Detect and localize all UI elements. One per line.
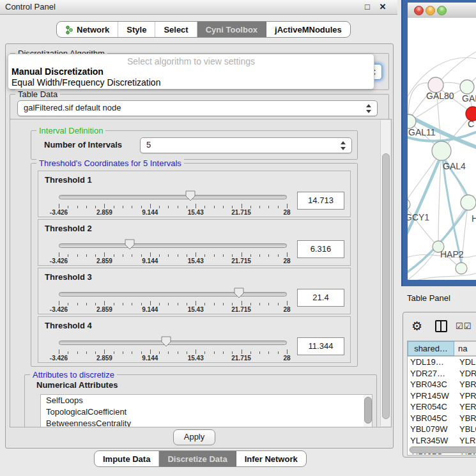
- minimize-light[interactable]: [426, 6, 435, 15]
- list-scrollbar[interactable]: [364, 395, 372, 427]
- network-node[interactable]: [460, 80, 474, 94]
- tick-label: 9.144: [142, 209, 158, 216]
- table-cell[interactable]: YER054C: [408, 401, 456, 413]
- threshold-slider[interactable]: -3.4262.8599.14415.4321.71528: [59, 190, 287, 215]
- slider-thumb[interactable]: [125, 239, 135, 250]
- gear-icon[interactable]: ⚙: [411, 320, 422, 332]
- threshold-label: Threshold 3: [45, 272, 92, 282]
- numerical-attributes-list[interactable]: SelfLoopsTopologicalCoefficientBetweenne…: [40, 394, 372, 427]
- tab-impute-data[interactable]: Impute Data: [95, 451, 159, 466]
- table-row[interactable]: YDR27…YDR2: [408, 368, 476, 380]
- table-cell[interactable]: YDL19…: [408, 357, 456, 368]
- table-cell[interactable]: YBR045C: [408, 413, 456, 424]
- network-edge: [436, 49, 476, 85]
- table-cell[interactable]: YBR0: [456, 413, 476, 424]
- attributes-groupbox: Attributes to discretize Numerical Attri…: [24, 374, 377, 427]
- tick-label: 21.715: [231, 306, 251, 313]
- close-light[interactable]: [414, 6, 424, 15]
- zoom-light[interactable]: [437, 6, 447, 15]
- threshold-groupbox: Threshold's Coordinates for 5 Intervals …: [31, 163, 358, 367]
- threshold-slider[interactable]: -3.4262.8599.14415.4321.71528: [59, 336, 287, 360]
- table-row[interactable]: YER054CYER0: [408, 401, 476, 413]
- list-item[interactable]: TopologicalCoefficient: [41, 406, 372, 418]
- panel-scrollbar-thumb[interactable]: [382, 153, 390, 419]
- table-horizontal-scrollbar[interactable]: [409, 446, 476, 454]
- hscrollbar-thumb[interactable]: [410, 447, 476, 453]
- apply-button[interactable]: Apply: [173, 429, 215, 445]
- table-row[interactable]: YBR045CYBR0: [408, 413, 476, 424]
- tick-mark: [187, 206, 187, 208]
- panel-scrollbar[interactable]: [380, 120, 390, 426]
- threshold-slider[interactable]: -3.4262.8599.14415.4321.71528: [59, 239, 287, 263]
- popup-item-manual-discretization[interactable]: Manual Discretization: [12, 66, 371, 77]
- tab-network[interactable]: Network: [57, 22, 118, 37]
- list-item[interactable]: SelfLoops: [41, 395, 372, 406]
- tick-mark: [278, 303, 279, 305]
- table-cell[interactable]: YPR1: [456, 390, 476, 402]
- tick-label: 21.715: [231, 355, 251, 362]
- slider-ticks: [59, 349, 287, 355]
- checkbox-pair-icon[interactable]: ☑☑: [456, 321, 472, 331]
- tab-select[interactable]: Select: [155, 22, 197, 37]
- float-icon[interactable]: □: [362, 1, 373, 13]
- table-cell[interactable]: YDR27…: [408, 368, 456, 380]
- table-cell[interactable]: YLR3: [456, 435, 476, 447]
- control-panel-titlebar: Control Panel □ ✕: [0, 0, 397, 15]
- table-data-combo[interactable]: galFiltered.sif default node: [17, 100, 378, 116]
- close-icon[interactable]: ✕: [377, 1, 388, 13]
- network-node[interactable]: [408, 199, 410, 210]
- list-scrollbar-thumb[interactable]: [364, 397, 372, 424]
- network-canvas[interactable]: GAL80GALCGAL11GAL4GCY1HAHAP2: [408, 18, 476, 280]
- table-cell[interactable]: YDL1: [456, 357, 476, 368]
- tab-infer-network[interactable]: Infer Network: [236, 451, 306, 466]
- popup-item-equal-width-frequency[interactable]: Equal Width/Frequency Discretization: [12, 77, 371, 88]
- number-of-intervals-combo[interactable]: 5: [140, 137, 352, 153]
- slider-thumb[interactable]: [161, 336, 171, 347]
- settings-scroll-panel: Interval Definition Number of Intervals …: [10, 119, 392, 427]
- tick-mark: [278, 254, 279, 257]
- tick-label: 15.43: [188, 209, 204, 216]
- tab-style[interactable]: Style: [118, 22, 155, 37]
- threshold-value-field[interactable]: 6.316: [297, 240, 344, 258]
- slider-track[interactable]: [59, 292, 287, 296]
- table-cell[interactable]: YDR2: [456, 368, 476, 380]
- table-cell[interactable]: YPR145W: [408, 390, 456, 402]
- table-row[interactable]: YBL079WYBL0: [408, 424, 476, 435]
- tick-mark: [232, 254, 233, 257]
- column-layout-icon[interactable]: [435, 320, 447, 332]
- threshold-value-field[interactable]: 11.344: [297, 337, 344, 355]
- column-header-shared-name[interactable]: shared…: [408, 341, 454, 356]
- slider-thumb[interactable]: [234, 288, 244, 298]
- network-node[interactable]: [461, 195, 476, 210]
- tick-mark: [223, 254, 224, 257]
- popup-placeholder: Select algorithm to view settings: [8, 56, 374, 66]
- table-cell[interactable]: YBL0: [456, 424, 476, 435]
- network-window-titlebar[interactable]: [408, 3, 476, 19]
- slider-track[interactable]: [59, 341, 287, 345]
- tab-discretize-data[interactable]: Discretize Data: [159, 451, 236, 466]
- table-cell[interactable]: YBR0: [456, 379, 476, 390]
- tab-jactivemnodules[interactable]: jActiveMNodules: [266, 22, 350, 37]
- slider-track[interactable]: [59, 243, 287, 248]
- threshold-value-field[interactable]: 21.4: [297, 289, 344, 307]
- slider-thumb[interactable]: [185, 190, 196, 201]
- table-row[interactable]: YBR043CYBR0: [408, 379, 476, 390]
- threshold-value-field[interactable]: 14.713: [297, 192, 344, 210]
- column-header-name[interactable]: na: [454, 341, 476, 356]
- threshold-slider[interactable]: -3.4262.8599.14415.4321.71528: [59, 288, 287, 312]
- network-node[interactable]: [456, 263, 467, 274]
- table-row[interactable]: YPR145WYPR1: [408, 390, 476, 402]
- table-row[interactable]: YLR345WYLR3: [408, 435, 476, 447]
- slider-track[interactable]: [59, 195, 287, 199]
- table-cell[interactable]: YLR345W: [408, 435, 456, 447]
- table-row[interactable]: YDL19…YDL1: [408, 357, 476, 368]
- table-cell[interactable]: YBL079W: [408, 424, 456, 435]
- network-node[interactable]: [432, 141, 451, 160]
- table-cell[interactable]: YBR043C: [408, 379, 456, 390]
- tab-cyni-toolbox[interactable]: Cyni Toolbox: [197, 22, 266, 37]
- tick-mark: [77, 254, 78, 257]
- list-item[interactable]: BetweennessCentrality: [41, 418, 372, 427]
- tab-label: Impute Data: [103, 454, 150, 464]
- table-cell[interactable]: YER0: [456, 401, 476, 413]
- node-label: HA: [472, 213, 476, 224]
